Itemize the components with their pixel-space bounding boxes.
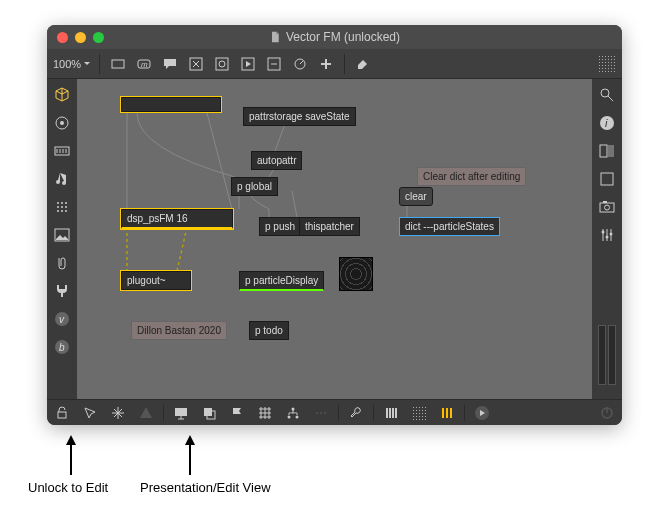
bottom-toolbar — [47, 399, 622, 425]
svg-rect-45 — [603, 201, 607, 203]
particle-display-object[interactable]: p particleDisplay — [239, 271, 324, 291]
matrix-icon[interactable] — [52, 197, 72, 217]
svg-line-37 — [608, 96, 613, 101]
svg-point-24 — [65, 202, 67, 204]
cube-icon[interactable] — [52, 85, 72, 105]
svg-point-28 — [57, 210, 59, 212]
pglobal-object[interactable]: p global — [231, 177, 278, 196]
clue-icon[interactable] — [597, 169, 617, 189]
power-icon[interactable] — [598, 404, 616, 422]
cleardict-comment-label: Clear dict after editing — [423, 171, 520, 182]
hierarchy-icon[interactable] — [284, 404, 302, 422]
svg-point-69 — [288, 415, 291, 418]
svg-rect-75 — [389, 408, 391, 418]
flag-icon[interactable] — [228, 404, 246, 422]
close-button[interactable] — [57, 32, 68, 43]
svg-point-27 — [65, 206, 67, 208]
svg-rect-60 — [204, 408, 212, 416]
dsp-label: dsp_psFM 16 — [127, 213, 188, 224]
plugout-object[interactable]: plugout~ — [121, 271, 191, 290]
svg-point-22 — [57, 202, 59, 204]
warning-icon[interactable] — [137, 404, 155, 422]
search-icon[interactable] — [597, 85, 617, 105]
svg-rect-80 — [450, 408, 452, 418]
level-meter-right — [608, 325, 616, 385]
comment-tool-icon[interactable] — [160, 55, 180, 73]
right-sidebar: i — [592, 79, 622, 399]
svg-point-51 — [610, 233, 613, 236]
bang-tool-icon[interactable] — [186, 55, 206, 73]
svg-line-12 — [300, 61, 303, 64]
message-tool-icon[interactable]: m — [134, 55, 154, 73]
number-tool-icon[interactable] — [264, 55, 284, 73]
wrench-icon[interactable] — [347, 404, 365, 422]
maximize-button[interactable] — [93, 32, 104, 43]
svg-rect-6 — [216, 58, 228, 70]
autopattr-label: autopattr — [257, 155, 296, 166]
svg-point-44 — [605, 205, 610, 210]
target-icon[interactable] — [52, 113, 72, 133]
zoom-value: 100% — [53, 58, 81, 70]
svg-point-25 — [57, 206, 59, 208]
clip-icon[interactable] — [52, 253, 72, 273]
waveform-icon[interactable] — [598, 55, 616, 73]
svg-rect-42 — [601, 173, 613, 185]
cleardict-comment[interactable]: Clear dict after editing — [417, 167, 526, 186]
svg-point-36 — [601, 89, 609, 97]
layers-icon[interactable] — [200, 404, 218, 422]
slider-tool-icon[interactable] — [290, 55, 310, 73]
plug-icon[interactable] — [52, 281, 72, 301]
clear-message[interactable]: clear — [399, 187, 433, 206]
info-icon[interactable]: i — [597, 113, 617, 133]
select-icon[interactable] — [81, 404, 99, 422]
mixer-icon[interactable] — [597, 225, 617, 245]
svg-point-50 — [606, 236, 609, 239]
dict-object[interactable]: dict ---particleStates — [399, 217, 500, 236]
zoom-dropdown[interactable]: 100% — [53, 58, 91, 70]
play-icon[interactable] — [473, 404, 491, 422]
ptodo-object[interactable]: p todo — [249, 321, 289, 340]
letter-b-icon[interactable]: b — [52, 337, 72, 357]
left-sidebar: v b — [47, 79, 77, 399]
piano-icon[interactable] — [382, 404, 400, 422]
svg-point-16 — [60, 121, 64, 125]
object-box-empty[interactable] — [121, 97, 221, 112]
grid-icon[interactable] — [256, 404, 274, 422]
pattrstorage-object[interactable]: pattrstorage saveState — [243, 107, 356, 126]
svg-point-30 — [65, 210, 67, 212]
autopattr-object[interactable]: autopattr — [251, 151, 302, 170]
button-tool-icon[interactable] — [238, 55, 258, 73]
dsp-object[interactable]: dsp_psFM 16 — [121, 209, 233, 229]
paint-tool-icon[interactable] — [353, 55, 373, 73]
svg-point-7 — [219, 61, 225, 67]
object-tool-icon[interactable] — [108, 55, 128, 73]
svg-point-73 — [324, 412, 326, 414]
svg-point-71 — [316, 412, 318, 414]
ppush-object[interactable]: p push — [259, 217, 301, 236]
keyboard-icon[interactable] — [52, 141, 72, 161]
ellipsis-icon[interactable] — [312, 404, 330, 422]
ppush-label: p push — [265, 221, 295, 232]
camera-icon[interactable] — [597, 197, 617, 217]
scope-display[interactable] — [339, 257, 373, 291]
inspector-icon[interactable] — [597, 141, 617, 161]
arrow-presview — [182, 435, 198, 481]
bars-on-icon[interactable] — [438, 404, 456, 422]
plugout-label: plugout~ — [127, 275, 166, 286]
thispatcher-object[interactable]: thispatcher — [299, 217, 360, 236]
lock-icon[interactable] — [53, 404, 71, 422]
patcher-canvas[interactable]: pattrstorage saveState autopattr p globa… — [77, 79, 592, 399]
image-icon[interactable] — [52, 225, 72, 245]
minimize-button[interactable] — [75, 32, 86, 43]
svg-rect-40 — [600, 145, 607, 157]
add-tool-icon[interactable] — [316, 55, 336, 73]
credit-comment: Dillon Bastan 2020 — [131, 321, 227, 340]
snowflake-icon[interactable] — [109, 404, 127, 422]
note-icon[interactable] — [52, 169, 72, 189]
top-toolbar: 100% m — [47, 49, 622, 79]
credit-label: Dillon Bastan 2020 — [137, 325, 221, 336]
presentation-icon[interactable] — [172, 404, 190, 422]
dotted-grid-icon[interactable] — [410, 404, 428, 422]
letter-v-icon[interactable]: v — [52, 309, 72, 329]
toggle-tool-icon[interactable] — [212, 55, 232, 73]
